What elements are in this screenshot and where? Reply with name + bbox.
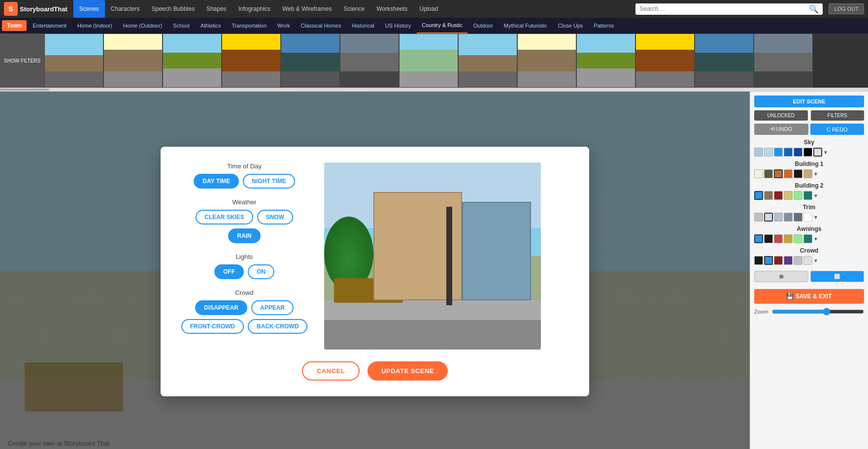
- b1-color-4[interactable]: [784, 169, 793, 178]
- b2-color-2[interactable]: [764, 191, 773, 200]
- nav-item-science[interactable]: Science: [337, 0, 370, 18]
- cr-color-2[interactable]: [764, 256, 773, 265]
- aw-color-1[interactable]: [754, 234, 763, 243]
- nav-item-infographics[interactable]: Infographics: [233, 0, 276, 18]
- nav-item-worksheets[interactable]: Worksheets: [370, 0, 413, 18]
- trim-color-6[interactable]: [803, 213, 812, 222]
- thumb-6[interactable]: [340, 33, 399, 88]
- b2-color-1[interactable]: [754, 191, 763, 200]
- b2-color-5[interactable]: [794, 191, 802, 200]
- cr-color-1[interactable]: [754, 256, 763, 265]
- logout-button[interactable]: LOG OUT: [829, 3, 864, 14]
- sky-color-6[interactable]: [803, 148, 812, 157]
- b1-color-2[interactable]: [764, 169, 773, 178]
- back-crowd-button[interactable]: BACK-CROWD: [248, 319, 307, 334]
- save-exit-button[interactable]: 💾 SAVE & EXIT: [754, 289, 864, 304]
- aw-color-4[interactable]: [784, 234, 793, 243]
- trim-color-3[interactable]: [774, 213, 783, 222]
- sky-color-3[interactable]: [774, 148, 783, 157]
- edit-scene-button[interactable]: EDIT SCENE: [754, 96, 864, 107]
- cat-item-classical-homes[interactable]: Classical Homes: [296, 18, 346, 33]
- sky-color-2[interactable]: [764, 148, 773, 157]
- sky-color-7[interactable]: [813, 148, 822, 157]
- cat-item-school[interactable]: School: [168, 18, 195, 33]
- aw-color-6[interactable]: [803, 234, 812, 243]
- thumb-2[interactable]: [103, 33, 163, 88]
- nav-item-scenes[interactable]: Scenes: [73, 0, 105, 18]
- b1-color-1[interactable]: [754, 169, 763, 178]
- thumb-4[interactable]: [222, 33, 281, 88]
- cat-item-close-ups[interactable]: Close Ups: [553, 18, 588, 33]
- thumb-10[interactable]: [576, 33, 635, 88]
- nav-item-speech-bubbles[interactable]: Speech Bubbles: [146, 0, 200, 18]
- single-view-button[interactable]: ⬜: [810, 271, 865, 282]
- trim-color-5[interactable]: [794, 213, 802, 222]
- front-crowd-button[interactable]: FRONT-CROWD: [181, 319, 244, 334]
- thumb-8[interactable]: [458, 33, 517, 88]
- nav-item-characters[interactable]: Characters: [105, 0, 146, 18]
- cat-item-work[interactable]: Work: [272, 18, 295, 33]
- cat-item-home-indoor[interactable]: Home (Indoor): [72, 18, 117, 33]
- logo[interactable]: S StoryboardThat: [4, 2, 67, 16]
- sky-color-4[interactable]: [784, 148, 793, 157]
- search-input[interactable]: [639, 5, 809, 12]
- thumb-5[interactable]: [281, 33, 340, 88]
- cat-item-home-outdoor[interactable]: Home (Outdoor): [118, 18, 167, 33]
- clear-skies-button[interactable]: CLEAR SKIES: [196, 210, 253, 224]
- aw-color-3[interactable]: [774, 234, 783, 243]
- thumb-7[interactable]: [399, 33, 458, 88]
- search-bar[interactable]: 🔍: [635, 3, 823, 15]
- unlocked-button[interactable]: UNLOCKED: [754, 110, 808, 121]
- cat-item-athletics[interactable]: Athletics: [196, 18, 226, 33]
- rain-button[interactable]: RAIN: [228, 228, 260, 243]
- grid-view-button[interactable]: ⊞: [754, 271, 808, 282]
- b2-color-6[interactable]: [803, 191, 812, 200]
- nav-item-shapes[interactable]: Shapes: [200, 0, 233, 18]
- b1-color-3[interactable]: [774, 169, 783, 178]
- trim-color-1[interactable]: [754, 213, 763, 222]
- nav-item-upload[interactable]: Upload: [413, 0, 444, 18]
- cat-item-historical[interactable]: Historical: [347, 18, 379, 33]
- cr-color-3[interactable]: [774, 256, 783, 265]
- lights-on-button[interactable]: ON: [248, 264, 274, 279]
- update-scene-button[interactable]: UPDATE SCENE: [367, 361, 448, 381]
- disappear-button[interactable]: DISAPPEAR: [195, 300, 247, 315]
- thumb-12[interactable]: [695, 33, 754, 88]
- trim-dropdown-arrow[interactable]: ▼: [813, 215, 818, 220]
- thumb-11[interactable]: [635, 33, 695, 88]
- b2-color-4[interactable]: [784, 191, 793, 200]
- aw-color-2[interactable]: [764, 234, 773, 243]
- undo-button[interactable]: ⟲ UNDO: [754, 124, 808, 135]
- cr-color-5[interactable]: [794, 256, 802, 265]
- trim-color-4[interactable]: [784, 213, 793, 222]
- nav-item-web-wireframes[interactable]: Web & Wireframes: [276, 0, 337, 18]
- redo-button[interactable]: C REDO: [810, 124, 865, 135]
- cat-item-entertainment[interactable]: Entertainment: [28, 18, 71, 33]
- b2-dropdown-arrow[interactable]: ▼: [813, 193, 818, 198]
- lights-off-button[interactable]: OFF: [214, 264, 244, 279]
- canvas-area[interactable]: Create your own at Storyboard That Time …: [0, 92, 750, 449]
- daytime-button[interactable]: DAY TIME: [194, 174, 239, 189]
- cr-color-6[interactable]: [803, 256, 812, 265]
- thumb-3[interactable]: [163, 33, 222, 88]
- b1-color-6[interactable]: [803, 169, 812, 178]
- cr-color-4[interactable]: [784, 256, 793, 265]
- cat-item-country-rustic[interactable]: Country & Rustic: [417, 18, 467, 33]
- cat-item-mythical-futuristic[interactable]: Mythical Futuristic: [499, 18, 552, 33]
- cr-dropdown-arrow[interactable]: ▼: [813, 258, 818, 263]
- thumb-13[interactable]: [754, 33, 813, 88]
- aw-color-5[interactable]: [794, 234, 802, 243]
- category-town[interactable]: Town: [2, 20, 27, 31]
- zoom-slider[interactable]: [772, 308, 864, 316]
- b1-dropdown-arrow[interactable]: ▼: [813, 171, 818, 177]
- sky-dropdown-arrow[interactable]: ▼: [823, 150, 828, 155]
- b1-color-5[interactable]: [794, 169, 802, 178]
- b2-color-3[interactable]: [774, 191, 783, 200]
- snow-button[interactable]: SNOW: [257, 210, 293, 224]
- sky-color-5[interactable]: [794, 148, 802, 157]
- cat-item-transportation[interactable]: Transportation: [227, 18, 272, 33]
- sky-color-1[interactable]: [754, 148, 763, 157]
- thumb-1[interactable]: [44, 33, 103, 88]
- cat-item-patterns[interactable]: Patterns: [589, 18, 619, 33]
- thumb-9[interactable]: [517, 33, 576, 88]
